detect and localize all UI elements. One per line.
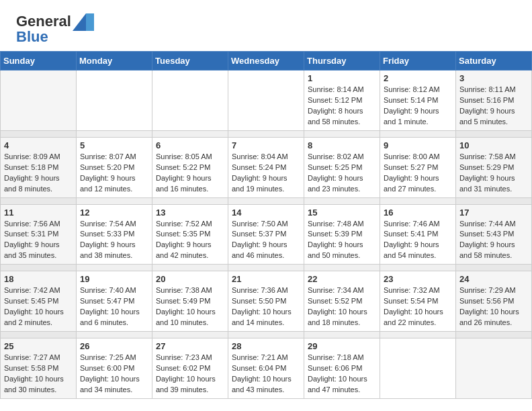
col-header-wednesday: Wednesday bbox=[228, 52, 304, 71]
day-info: Sunrise: 8:00 AMSunset: 5:27 PMDaylight:… bbox=[384, 152, 452, 195]
day-info: Sunrise: 7:56 AMSunset: 5:31 PMDaylight:… bbox=[4, 219, 73, 262]
separator-cell bbox=[1, 197, 77, 204]
separator-cell bbox=[304, 197, 380, 204]
col-header-sunday: Sunday bbox=[1, 52, 77, 71]
day-number: 20 bbox=[156, 274, 224, 284]
day-number: 24 bbox=[459, 274, 528, 284]
separator-cell bbox=[228, 197, 304, 204]
col-header-tuesday: Tuesday bbox=[152, 52, 228, 71]
day-info: Sunrise: 7:21 AMSunset: 6:04 PMDaylight:… bbox=[232, 353, 300, 396]
separator-cell bbox=[77, 332, 152, 338]
separator-cell bbox=[304, 130, 380, 137]
day-info: Sunrise: 8:11 AMSunset: 5:16 PMDaylight:… bbox=[459, 85, 528, 128]
day-number: 6 bbox=[156, 140, 224, 150]
col-header-thursday: Thursday bbox=[304, 52, 380, 71]
week-separator bbox=[1, 332, 532, 338]
calendar-cell: 17Sunrise: 7:44 AMSunset: 5:43 PMDayligh… bbox=[456, 204, 532, 265]
day-number: 17 bbox=[459, 208, 528, 218]
day-number: 15 bbox=[308, 208, 376, 218]
separator-cell bbox=[1, 130, 77, 137]
calendar-header-row: SundayMondayTuesdayWednesdayThursdayFrid… bbox=[1, 52, 532, 71]
calendar-cell: 14Sunrise: 7:50 AMSunset: 5:37 PMDayligh… bbox=[228, 204, 304, 265]
day-number: 4 bbox=[4, 140, 73, 150]
day-number: 11 bbox=[4, 208, 73, 218]
day-number: 28 bbox=[232, 341, 300, 351]
calendar-week-4: 18Sunrise: 7:42 AMSunset: 5:45 PMDayligh… bbox=[1, 271, 532, 332]
day-info: Sunrise: 7:54 AMSunset: 5:33 PMDaylight:… bbox=[80, 219, 148, 262]
calendar-cell: 11Sunrise: 7:56 AMSunset: 5:31 PMDayligh… bbox=[1, 204, 77, 265]
calendar-week-5: 25Sunrise: 7:27 AMSunset: 5:58 PMDayligh… bbox=[1, 338, 532, 399]
calendar-cell bbox=[77, 71, 152, 131]
day-number: 26 bbox=[80, 341, 148, 351]
logo-triangle-icon bbox=[73, 12, 94, 31]
day-info: Sunrise: 7:29 AMSunset: 5:56 PMDaylight:… bbox=[459, 285, 528, 328]
separator-cell bbox=[228, 265, 304, 271]
separator-cell bbox=[1, 265, 77, 271]
calendar-cell: 5Sunrise: 8:07 AMSunset: 5:20 PMDaylight… bbox=[77, 137, 152, 197]
day-number: 18 bbox=[4, 274, 73, 284]
day-number: 1 bbox=[308, 73, 376, 83]
day-number: 25 bbox=[4, 341, 73, 351]
col-header-friday: Friday bbox=[380, 52, 456, 71]
day-number: 8 bbox=[308, 140, 376, 150]
day-info: Sunrise: 7:18 AMSunset: 6:06 PMDaylight:… bbox=[308, 353, 376, 396]
calendar-cell: 19Sunrise: 7:40 AMSunset: 5:47 PMDayligh… bbox=[77, 271, 152, 332]
day-number: 10 bbox=[459, 140, 528, 150]
col-header-saturday: Saturday bbox=[456, 52, 532, 71]
calendar-cell: 8Sunrise: 8:02 AMSunset: 5:25 PMDaylight… bbox=[304, 137, 380, 197]
day-info: Sunrise: 7:58 AMSunset: 5:29 PMDaylight:… bbox=[459, 152, 528, 195]
separator-cell bbox=[380, 265, 456, 271]
day-number: 7 bbox=[232, 140, 300, 150]
day-info: Sunrise: 7:38 AMSunset: 5:49 PMDaylight:… bbox=[156, 285, 224, 328]
svg-marker-1 bbox=[86, 13, 94, 31]
day-number: 22 bbox=[308, 274, 376, 284]
separator-cell bbox=[1, 332, 77, 338]
day-info: Sunrise: 7:44 AMSunset: 5:43 PMDaylight:… bbox=[459, 219, 528, 262]
day-number: 13 bbox=[156, 208, 224, 218]
calendar-cell: 7Sunrise: 8:04 AMSunset: 5:24 PMDaylight… bbox=[228, 137, 304, 197]
day-info: Sunrise: 7:48 AMSunset: 5:39 PMDaylight:… bbox=[308, 219, 376, 262]
col-header-monday: Monday bbox=[77, 52, 152, 71]
calendar-cell: 26Sunrise: 7:25 AMSunset: 6:00 PMDayligh… bbox=[77, 338, 152, 399]
separator-cell bbox=[456, 265, 532, 271]
calendar-cell: 25Sunrise: 7:27 AMSunset: 5:58 PMDayligh… bbox=[1, 338, 77, 399]
day-number: 14 bbox=[232, 208, 300, 218]
day-info: Sunrise: 7:42 AMSunset: 5:45 PMDaylight:… bbox=[4, 285, 73, 328]
day-info: Sunrise: 7:46 AMSunset: 5:41 PMDaylight:… bbox=[384, 219, 452, 262]
separator-cell bbox=[380, 332, 456, 338]
calendar-cell: 23Sunrise: 7:32 AMSunset: 5:54 PMDayligh… bbox=[380, 271, 456, 332]
day-number: 19 bbox=[80, 274, 148, 284]
calendar-cell: 28Sunrise: 7:21 AMSunset: 6:04 PMDayligh… bbox=[228, 338, 304, 399]
day-number: 29 bbox=[308, 341, 376, 351]
calendar-cell bbox=[380, 338, 456, 399]
calendar-cell: 22Sunrise: 7:34 AMSunset: 5:52 PMDayligh… bbox=[304, 271, 380, 332]
logo: General Blue bbox=[16, 12, 94, 46]
calendar-cell: 6Sunrise: 8:05 AMSunset: 5:22 PMDaylight… bbox=[152, 137, 228, 197]
separator-cell bbox=[456, 332, 532, 338]
calendar-cell: 16Sunrise: 7:46 AMSunset: 5:41 PMDayligh… bbox=[380, 204, 456, 265]
separator-cell bbox=[380, 130, 456, 137]
day-info: Sunrise: 7:52 AMSunset: 5:35 PMDaylight:… bbox=[156, 219, 224, 262]
separator-cell bbox=[228, 130, 304, 137]
day-number: 27 bbox=[156, 341, 224, 351]
calendar-cell bbox=[1, 71, 77, 131]
separator-cell bbox=[152, 332, 228, 338]
day-number: 9 bbox=[384, 140, 452, 150]
day-number: 3 bbox=[459, 73, 528, 83]
calendar-cell: 10Sunrise: 7:58 AMSunset: 5:29 PMDayligh… bbox=[456, 137, 532, 197]
day-info: Sunrise: 7:23 AMSunset: 6:02 PMDaylight:… bbox=[156, 353, 224, 396]
separator-cell bbox=[304, 265, 380, 271]
day-info: Sunrise: 8:14 AMSunset: 5:12 PMDaylight:… bbox=[308, 85, 376, 128]
day-number: 16 bbox=[384, 208, 452, 218]
separator-cell bbox=[152, 197, 228, 204]
calendar-cell: 1Sunrise: 8:14 AMSunset: 5:12 PMDaylight… bbox=[304, 71, 380, 131]
logo-text-blue: Blue bbox=[16, 28, 48, 46]
calendar-cell bbox=[152, 71, 228, 131]
day-number: 5 bbox=[80, 140, 148, 150]
day-info: Sunrise: 8:07 AMSunset: 5:20 PMDaylight:… bbox=[80, 152, 148, 195]
week-separator bbox=[1, 130, 532, 137]
day-info: Sunrise: 7:32 AMSunset: 5:54 PMDaylight:… bbox=[384, 285, 452, 328]
calendar-week-2: 4Sunrise: 8:09 AMSunset: 5:18 PMDaylight… bbox=[1, 137, 532, 197]
calendar-cell: 15Sunrise: 7:48 AMSunset: 5:39 PMDayligh… bbox=[304, 204, 380, 265]
day-number: 21 bbox=[232, 274, 300, 284]
